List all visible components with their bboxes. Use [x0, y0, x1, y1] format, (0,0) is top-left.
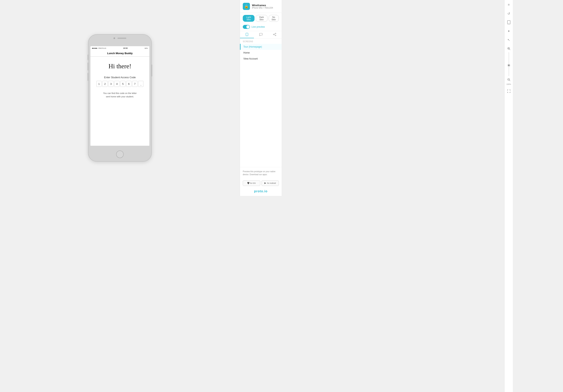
android-app-button[interactable]: for Android: [261, 180, 279, 186]
tab-comment[interactable]: [254, 31, 268, 38]
code-box-7[interactable]: 7: [132, 81, 137, 87]
signal-dot-2: [93, 48, 94, 49]
phone-power-button: [151, 64, 152, 76]
signal-dots: [92, 48, 97, 49]
svg-point-11: [275, 33, 276, 34]
screen-content: Hi there! Enter Student Access Code 1 2 …: [90, 57, 149, 146]
svg-marker-16: [265, 182, 266, 184]
phone-mockup: PROTO.IO 19:50 90% Lunch Money Buddy Hi …: [88, 34, 152, 162]
live-preview-row: Live preview: [240, 24, 282, 31]
nav-title: Lunch Money Buddy: [107, 52, 133, 55]
status-left: PROTO.IO: [92, 47, 106, 49]
navigation-bar: Lunch Money Buddy: [90, 50, 149, 57]
phone-camera: [114, 38, 115, 39]
signal-dot-1: [92, 48, 93, 49]
light-skin-button[interactable]: Light Skin: [243, 15, 255, 22]
app-icon: 🔒: [243, 3, 250, 10]
code-box-5[interactable]: 5: [120, 81, 126, 87]
watermark-suffix: .io: [263, 190, 268, 193]
phone-volume-up-button: [88, 63, 89, 70]
code-box-8[interactable]: _: [138, 81, 143, 87]
helper-text: You can find this code on the letter sen…: [102, 92, 138, 98]
toggle-thumb: [246, 25, 250, 28]
ios-button-label: for iOS: [250, 182, 256, 184]
greeting-heading: Hi there!: [109, 63, 131, 70]
ios-app-button[interactable]: for iOS: [243, 180, 260, 186]
app-subtitle: iPhone 6/6s • 750x1334: [252, 7, 273, 9]
app-store-buttons: for iOS for Android: [240, 179, 282, 188]
phone-mute-button: [88, 55, 89, 60]
phone-screen: PROTO.IO 19:50 90% Lunch Money Buddy Hi …: [90, 46, 149, 146]
svg-point-12: [273, 34, 274, 35]
canvas-area: PROTO.IO 19:50 90% Lunch Money Buddy Hi …: [0, 0, 240, 196]
screen-item-home[interactable]: Home: [240, 50, 282, 56]
signal-dot-3: [95, 48, 96, 49]
code-box-1[interactable]: 1: [96, 81, 102, 87]
access-code-label: Enter Student Access Code: [104, 76, 136, 79]
dark-skin-button[interactable]: Dark Skin: [256, 15, 268, 22]
watermark-prefix: proto: [254, 190, 263, 193]
code-box-6[interactable]: 6: [126, 81, 131, 87]
svg-point-10: [247, 35, 247, 36]
svg-point-13: [275, 35, 276, 36]
screen-item-view-account[interactable]: View Account: [240, 56, 282, 62]
status-bar: PROTO.IO 19:50 90%: [90, 46, 149, 50]
svg-line-15: [274, 35, 275, 35]
time-label: 19:50: [123, 47, 128, 49]
panel-header: 🔒 Wireframes iPhone 6/6s • 750x1334: [240, 0, 282, 13]
app-name: Wireframes: [252, 4, 273, 7]
phone-body: PROTO.IO 19:50 90% Lunch Money Buddy Hi …: [88, 34, 152, 162]
phone-speaker: [117, 38, 126, 39]
code-box-2[interactable]: 2: [102, 81, 108, 87]
android-button-label: for Android: [267, 182, 276, 184]
live-preview-label: Live preview: [252, 25, 265, 28]
code-input-boxes[interactable]: 1 2 3 4 5 6 7 _: [96, 81, 143, 87]
carrier-label: PROTO.IO: [98, 47, 106, 49]
signal-dot-4: [96, 48, 97, 49]
battery-label: 90%: [145, 47, 148, 49]
screens-label: SCREENS: [240, 38, 282, 44]
proto-watermark: proto.io: [240, 188, 282, 196]
screen-item-tour[interactable]: Tour (Homepage): [240, 44, 282, 50]
live-preview-toggle[interactable]: [243, 25, 250, 29]
icon-tabs: [240, 31, 282, 38]
no-skin-button[interactable]: No Skin: [269, 15, 279, 22]
app-info: Wireframes iPhone 6/6s • 750x1334: [252, 4, 273, 9]
code-box-3[interactable]: 3: [108, 81, 114, 87]
phone-home-button[interactable]: [116, 151, 124, 158]
tab-device[interactable]: [240, 31, 254, 38]
skin-section: Light Skin Dark Skin No Skin: [240, 13, 282, 24]
preview-text: Preview this prototype on your native de…: [240, 167, 282, 179]
phone-top-elements: [114, 38, 126, 39]
right-panel: 🔒 Wireframes iPhone 6/6s • 750x1334 Ligh…: [240, 0, 282, 196]
phone-volume-down-button: [88, 73, 89, 81]
code-box-4[interactable]: 4: [114, 81, 119, 87]
svg-line-14: [274, 34, 275, 34]
tab-share[interactable]: [268, 31, 282, 38]
